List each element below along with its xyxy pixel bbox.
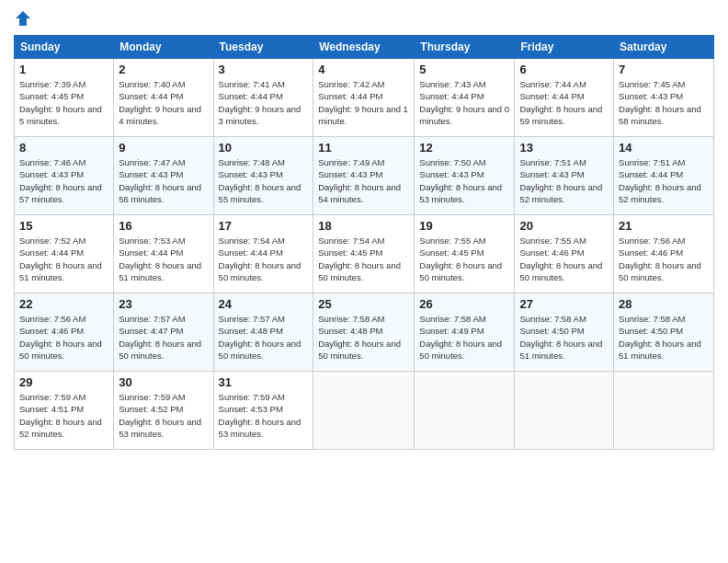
- day-info: Sunrise: 7:58 AMSunset: 4:50 PMDaylight:…: [519, 314, 602, 361]
- calendar-cell: [313, 372, 415, 450]
- day-number: 15: [19, 219, 108, 233]
- weekday-header-thursday: Thursday: [415, 36, 515, 59]
- calendar-cell: 28 Sunrise: 7:58 AMSunset: 4:50 PMDaylig…: [614, 293, 714, 372]
- weekday-header-monday: Monday: [114, 36, 213, 59]
- day-number: 1: [19, 63, 108, 76]
- calendar-cell: 27 Sunrise: 7:58 AMSunset: 4:50 PMDaylig…: [515, 293, 614, 372]
- calendar-week-1: 1 Sunrise: 7:39 AMSunset: 4:45 PMDayligh…: [15, 59, 714, 137]
- weekday-header-sunday: Sunday: [15, 36, 114, 59]
- calendar-cell: 10 Sunrise: 7:48 AMSunset: 4:43 PMDaylig…: [213, 137, 313, 215]
- day-number: 20: [519, 219, 609, 233]
- calendar-header-row: SundayMondayTuesdayWednesdayThursdayFrid…: [15, 36, 714, 59]
- day-number: 4: [318, 63, 409, 76]
- calendar-cell: 11 Sunrise: 7:49 AMSunset: 4:43 PMDaylig…: [313, 137, 415, 215]
- calendar-cell: 13 Sunrise: 7:51 AMSunset: 4:43 PMDaylig…: [515, 137, 614, 215]
- calendar-cell: 14 Sunrise: 7:51 AMSunset: 4:44 PMDaylig…: [614, 137, 714, 215]
- day-info: Sunrise: 7:54 AMSunset: 4:45 PMDaylight:…: [318, 236, 401, 282]
- day-info: Sunrise: 7:57 AMSunset: 4:47 PMDaylight:…: [119, 314, 201, 361]
- day-number: 8: [19, 141, 108, 155]
- day-number: 29: [19, 375, 108, 389]
- day-info: Sunrise: 7:44 AMSunset: 4:44 PMDaylight:…: [519, 79, 602, 126]
- day-info: Sunrise: 7:58 AMSunset: 4:50 PMDaylight:…: [619, 314, 701, 361]
- day-info: Sunrise: 7:53 AMSunset: 4:44 PMDaylight:…: [119, 236, 201, 282]
- day-info: Sunrise: 7:52 AMSunset: 4:44 PMDaylight:…: [19, 236, 102, 282]
- day-info: Sunrise: 7:58 AMSunset: 4:49 PMDaylight:…: [419, 314, 502, 361]
- day-number: 25: [318, 297, 409, 311]
- weekday-header-friday: Friday: [515, 36, 614, 59]
- logo-icon: [14, 9, 32, 28]
- weekday-header-wednesday: Wednesday: [313, 36, 415, 59]
- day-info: Sunrise: 7:48 AMSunset: 4:43 PMDaylight:…: [219, 157, 301, 204]
- calendar-cell: 18 Sunrise: 7:54 AMSunset: 4:45 PMDaylig…: [313, 215, 415, 293]
- calendar-cell: 17 Sunrise: 7:54 AMSunset: 4:44 PMDaylig…: [213, 215, 313, 293]
- page-container: SundayMondayTuesdayWednesdayThursdayFrid…: [0, 0, 728, 459]
- header: [14, 9, 714, 28]
- day-info: Sunrise: 7:54 AMSunset: 4:44 PMDaylight:…: [219, 236, 301, 282]
- day-info: Sunrise: 7:58 AMSunset: 4:48 PMDaylight:…: [318, 314, 401, 361]
- calendar-cell: [415, 372, 515, 450]
- calendar-cell: 26 Sunrise: 7:58 AMSunset: 4:49 PMDaylig…: [415, 293, 515, 372]
- day-number: 14: [619, 141, 709, 155]
- calendar-week-3: 15 Sunrise: 7:52 AMSunset: 4:44 PMDaylig…: [15, 215, 714, 293]
- day-info: Sunrise: 7:47 AMSunset: 4:43 PMDaylight:…: [119, 157, 201, 204]
- day-info: Sunrise: 7:55 AMSunset: 4:46 PMDaylight:…: [519, 236, 602, 282]
- day-number: 9: [119, 141, 208, 155]
- day-number: 6: [519, 63, 609, 76]
- calendar-cell: 12 Sunrise: 7:50 AMSunset: 4:43 PMDaylig…: [415, 137, 515, 215]
- calendar-cell: 1 Sunrise: 7:39 AMSunset: 4:45 PMDayligh…: [15, 59, 114, 137]
- day-info: Sunrise: 7:59 AMSunset: 4:53 PMDaylight:…: [219, 392, 301, 439]
- day-number: 24: [219, 297, 309, 311]
- day-number: 12: [419, 141, 509, 155]
- day-info: Sunrise: 7:40 AMSunset: 4:44 PMDaylight:…: [119, 79, 201, 126]
- calendar-cell: 19 Sunrise: 7:55 AMSunset: 4:45 PMDaylig…: [415, 215, 515, 293]
- day-info: Sunrise: 7:51 AMSunset: 4:43 PMDaylight:…: [519, 157, 602, 204]
- calendar-cell: 9 Sunrise: 7:47 AMSunset: 4:43 PMDayligh…: [114, 137, 213, 215]
- calendar-week-5: 29 Sunrise: 7:59 AMSunset: 4:51 PMDaylig…: [15, 372, 714, 450]
- calendar-cell: 15 Sunrise: 7:52 AMSunset: 4:44 PMDaylig…: [15, 215, 114, 293]
- day-info: Sunrise: 7:49 AMSunset: 4:43 PMDaylight:…: [318, 157, 401, 204]
- day-number: 27: [519, 297, 609, 311]
- day-number: 17: [219, 219, 309, 233]
- day-number: 26: [419, 297, 509, 311]
- day-info: Sunrise: 7:55 AMSunset: 4:45 PMDaylight:…: [419, 236, 502, 282]
- calendar-week-2: 8 Sunrise: 7:46 AMSunset: 4:43 PMDayligh…: [15, 137, 714, 215]
- day-number: 19: [419, 219, 509, 233]
- day-info: Sunrise: 7:42 AMSunset: 4:44 PMDaylight:…: [318, 79, 408, 126]
- day-info: Sunrise: 7:57 AMSunset: 4:48 PMDaylight:…: [219, 314, 301, 361]
- day-info: Sunrise: 7:46 AMSunset: 4:43 PMDaylight:…: [19, 157, 102, 204]
- day-number: 11: [318, 141, 409, 155]
- day-info: Sunrise: 7:56 AMSunset: 4:46 PMDaylight:…: [19, 314, 102, 361]
- calendar-cell: 25 Sunrise: 7:58 AMSunset: 4:48 PMDaylig…: [313, 293, 415, 372]
- day-number: 22: [19, 297, 108, 311]
- day-number: 5: [419, 63, 509, 76]
- day-number: 3: [219, 63, 309, 76]
- calendar-cell: 20 Sunrise: 7:55 AMSunset: 4:46 PMDaylig…: [515, 215, 614, 293]
- calendar-cell: 30 Sunrise: 7:59 AMSunset: 4:52 PMDaylig…: [114, 372, 213, 450]
- day-info: Sunrise: 7:41 AMSunset: 4:44 PMDaylight:…: [219, 79, 301, 126]
- day-number: 18: [318, 219, 409, 233]
- calendar-cell: 16 Sunrise: 7:53 AMSunset: 4:44 PMDaylig…: [114, 215, 213, 293]
- day-number: 2: [119, 63, 208, 76]
- weekday-header-saturday: Saturday: [614, 36, 714, 59]
- day-info: Sunrise: 7:50 AMSunset: 4:43 PMDaylight:…: [419, 157, 502, 204]
- day-number: 30: [119, 375, 208, 389]
- day-info: Sunrise: 7:59 AMSunset: 4:52 PMDaylight:…: [119, 392, 201, 439]
- calendar-cell: [614, 372, 714, 450]
- day-info: Sunrise: 7:56 AMSunset: 4:46 PMDaylight:…: [619, 236, 701, 282]
- weekday-header-tuesday: Tuesday: [213, 36, 313, 59]
- day-info: Sunrise: 7:51 AMSunset: 4:44 PMDaylight:…: [619, 157, 701, 204]
- calendar-cell: 3 Sunrise: 7:41 AMSunset: 4:44 PMDayligh…: [213, 59, 313, 137]
- day-number: 31: [219, 375, 309, 389]
- day-number: 16: [119, 219, 208, 233]
- calendar-cell: 21 Sunrise: 7:56 AMSunset: 4:46 PMDaylig…: [614, 215, 714, 293]
- calendar-cell: 23 Sunrise: 7:57 AMSunset: 4:47 PMDaylig…: [114, 293, 213, 372]
- calendar-week-4: 22 Sunrise: 7:56 AMSunset: 4:46 PMDaylig…: [15, 293, 714, 372]
- calendar-cell: 8 Sunrise: 7:46 AMSunset: 4:43 PMDayligh…: [15, 137, 114, 215]
- day-number: 28: [619, 297, 709, 311]
- day-info: Sunrise: 7:45 AMSunset: 4:43 PMDaylight:…: [619, 79, 701, 126]
- day-number: 23: [119, 297, 208, 311]
- calendar-cell: 7 Sunrise: 7:45 AMSunset: 4:43 PMDayligh…: [614, 59, 714, 137]
- day-number: 7: [619, 63, 709, 76]
- logo: [14, 9, 34, 28]
- day-info: Sunrise: 7:59 AMSunset: 4:51 PMDaylight:…: [19, 392, 102, 439]
